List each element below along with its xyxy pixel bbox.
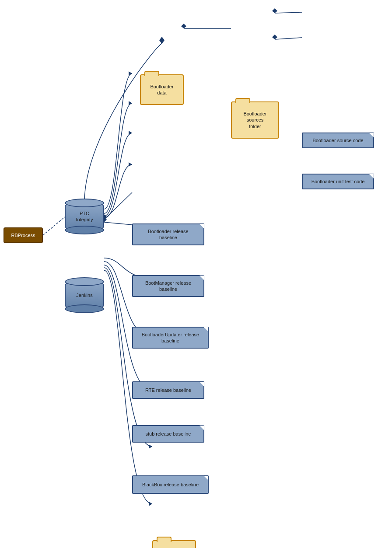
svg-marker-5	[129, 162, 132, 167]
bootloader-sources-folder-node: Bootloader sources folder	[231, 101, 279, 139]
bootloader-source-code-node: Bootloader source code	[302, 133, 374, 148]
bootmanager-data-node: BootManager data	[152, 540, 196, 548]
blackbox-release-baseline-node: BlackBox release baseline	[132, 475, 209, 494]
diagram-svg	[0, 0, 392, 548]
bootloaderupdater-release-baseline-node: BootloaderUpdater release baseline	[132, 327, 209, 349]
rbprocess-node: RBProcess	[4, 227, 43, 243]
rte-release-baseline-node: RTE release baseline	[132, 381, 204, 399]
jenkins-node: Jenkins	[65, 280, 104, 311]
bootloader-sources-folder-label: Bootloader sources folder	[243, 111, 266, 129]
bootloader-data-label: Bootloader data	[150, 84, 173, 96]
svg-marker-4	[129, 131, 132, 135]
bootloaderupdater-release-baseline-label: BootloaderUpdater release baseline	[142, 332, 199, 344]
jenkins-label: Jenkins	[76, 292, 92, 298]
svg-marker-14	[272, 8, 277, 13]
bootloader-release-baseline-label: Bootloader release baseline	[148, 228, 188, 241]
svg-marker-12	[149, 502, 152, 506]
stub-release-baseline-label: stub release baseline	[146, 431, 191, 437]
svg-marker-18	[181, 24, 186, 28]
svg-marker-3	[129, 101, 132, 105]
bootloader-source-code-label: Bootloader source code	[312, 137, 363, 143]
ptc-integrity-node: PTC Integrity	[65, 201, 104, 232]
rbprocess-label: RBProcess	[11, 232, 35, 238]
stub-release-baseline-node: stub release baseline	[132, 425, 204, 443]
rte-release-baseline-label: RTE release baseline	[145, 387, 191, 393]
svg-marker-11	[149, 444, 152, 449]
blackbox-release-baseline-label: BlackBox release baseline	[142, 482, 199, 488]
bootloader-unit-test-code-label: Bootloader unit test code	[312, 178, 365, 185]
bootloader-data-node: Bootloader data	[140, 74, 184, 105]
bootmanager-release-baseline-node: BootManager release baseline	[132, 275, 204, 297]
svg-marker-16	[272, 35, 277, 39]
svg-line-0	[43, 217, 65, 235]
svg-marker-2	[129, 71, 132, 76]
svg-line-13	[275, 12, 302, 13]
svg-line-15	[275, 38, 302, 39]
ptc-integrity-label: PTC Integrity	[76, 210, 93, 223]
bootloader-unit-test-code-node: Bootloader unit test code	[302, 174, 374, 189]
bootmanager-release-baseline-label: BootManager release baseline	[145, 280, 191, 293]
bootloader-release-baseline-node: Bootloader release baseline	[132, 223, 204, 245]
svg-marker-1	[159, 37, 164, 44]
